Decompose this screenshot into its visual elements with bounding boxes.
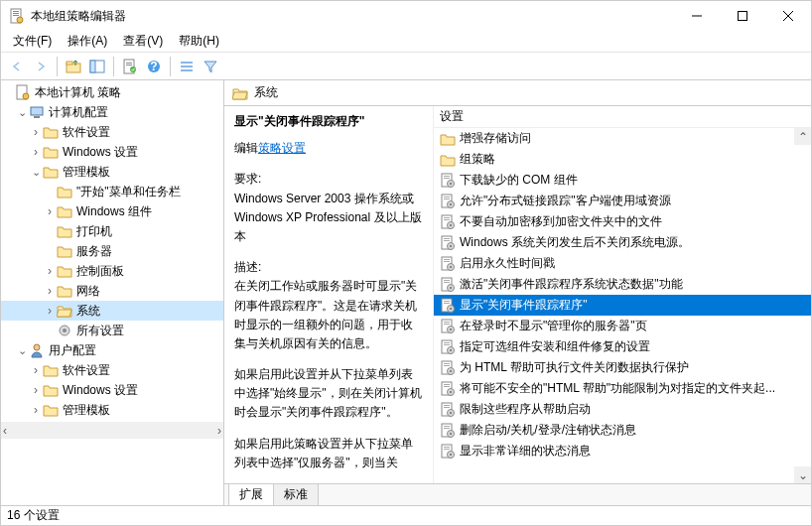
tree-label: 所有设置 — [76, 323, 124, 339]
list-item[interactable]: 增强存储访问 — [434, 128, 811, 149]
expander-icon[interactable] — [43, 304, 57, 318]
tree-computer-config[interactable]: 计算机配置 — [1, 102, 223, 122]
svg-point-48 — [450, 244, 453, 247]
list-item[interactable]: 允许"分布式链接跟踪"客户端使用域资源 — [434, 191, 811, 211]
tree-network[interactable]: 网络 — [1, 281, 223, 301]
tree-u-admin-templates[interactable]: 管理模板 — [1, 400, 223, 420]
expander-icon[interactable] — [29, 166, 43, 179]
svg-rect-80 — [444, 384, 450, 385]
tree-system[interactable]: 系统 — [1, 301, 223, 321]
tree-root[interactable]: 本地计算机 策略 — [1, 82, 223, 102]
tab-standard[interactable]: 标准 — [273, 483, 319, 505]
expander-icon[interactable] — [29, 383, 43, 397]
tree-label: "开始"菜单和任务栏 — [76, 184, 181, 200]
folder-icon — [57, 184, 72, 199]
expander-icon[interactable] — [15, 344, 29, 357]
expander-icon[interactable] — [29, 125, 43, 139]
svg-rect-70 — [444, 342, 450, 343]
menu-view[interactable]: 查看(V) — [115, 31, 171, 52]
menu-action[interactable]: 操作(A) — [60, 31, 115, 52]
svg-rect-71 — [444, 344, 450, 345]
maximize-button[interactable] — [720, 1, 765, 31]
folder-icon — [57, 243, 72, 259]
close-button[interactable] — [765, 1, 811, 31]
tree-servers[interactable]: 服务器 — [1, 241, 223, 261]
list-item-label: 启用永久性时间戳 — [460, 255, 555, 272]
folder-icon — [43, 382, 59, 398]
list-scrollbar[interactable]: ⌃ ⌄ — [794, 128, 811, 483]
tree-windows-components[interactable]: Windows 组件 — [1, 201, 223, 221]
desc-p3: 如果启用此策略设置并从下拉菜单列表中选择"仅服务器"，则当关 — [234, 435, 423, 472]
expander-icon[interactable] — [43, 204, 57, 218]
list-item[interactable]: 激活"关闭事件跟踪程序系统状态数据"功能 — [434, 274, 811, 295]
expander-icon[interactable] — [43, 264, 57, 278]
list-item[interactable]: 显示非常详细的状态消息 — [434, 441, 811, 461]
edit-prefix: 编辑 — [234, 141, 258, 155]
expander-icon[interactable] — [29, 363, 43, 377]
svg-rect-3 — [13, 15, 19, 16]
svg-point-78 — [450, 369, 453, 372]
tree-h-scrollbar[interactable]: ‹ › — [1, 422, 223, 439]
tree-label: Windows 设置 — [63, 382, 138, 399]
svg-rect-41 — [444, 219, 450, 220]
settings-list[interactable]: ⌃ ⌄ 增强存储访问组策略下载缺少的 COM 组件允许"分布式链接跟踪"客户端使… — [434, 128, 811, 483]
header-title: 系统 — [254, 84, 278, 101]
properties-button[interactable] — [118, 55, 142, 78]
scroll-down-icon[interactable]: ⌄ — [794, 466, 811, 483]
tab-extended[interactable]: 扩展 — [228, 483, 274, 505]
help-button[interactable]: ? — [142, 55, 166, 78]
expander-icon[interactable] — [29, 403, 43, 417]
tree-all-settings[interactable]: 所有设置 — [1, 321, 223, 340]
tree-software-settings[interactable]: 软件设置 — [1, 122, 223, 142]
list-item[interactable]: 不要自动加密移到加密文件夹中的文件 — [434, 211, 811, 232]
forward-button[interactable] — [29, 55, 53, 78]
tree-u-software[interactable]: 软件设置 — [1, 360, 223, 380]
tree-pane[interactable]: 本地计算机 策略 计算机配置 软件设置 Windows 设置 管理模板 "开始"… — [1, 80, 224, 422]
tree-u-windows-settings[interactable]: Windows 设置 — [1, 380, 223, 400]
list-view-button[interactable] — [175, 55, 199, 78]
setting-icon — [440, 360, 456, 376]
list-item[interactable]: 删除启动/关机/登录/注销状态消息 — [434, 420, 811, 441]
list-item-label: 显示非常详细的状态消息 — [460, 443, 591, 460]
svg-rect-21 — [181, 69, 193, 71]
list-item-label: 不要自动加密移到加密文件夹中的文件 — [460, 213, 662, 230]
tree-label: 本地计算机 策略 — [35, 84, 121, 101]
list-item[interactable]: 显示"关闭事件跟踪程序" — [434, 295, 811, 316]
menu-file[interactable]: 文件(F) — [5, 31, 60, 52]
scroll-up-icon[interactable]: ⌃ — [794, 128, 811, 145]
list-item[interactable]: Windows 系统关闭发生后不关闭系统电源。 — [434, 232, 811, 253]
tree-control-panel[interactable]: 控制面板 — [1, 261, 223, 281]
list-item[interactable]: 为 HTML 帮助可执行文件关闭数据执行保护 — [434, 357, 811, 378]
expander-icon[interactable] — [29, 145, 43, 159]
show-hide-tree-button[interactable] — [85, 55, 109, 78]
list-header[interactable]: 设置 — [434, 106, 811, 128]
tree-label: 网络 — [76, 283, 100, 300]
app-icon — [9, 8, 25, 24]
tree-printers[interactable]: 打印机 — [1, 221, 223, 241]
minimize-button[interactable] — [674, 1, 720, 31]
tree-windows-settings[interactable]: Windows 设置 — [1, 142, 223, 162]
list-item[interactable]: 启用永久性时间戳 — [434, 253, 811, 274]
up-button[interactable] — [62, 55, 85, 78]
edit-link[interactable]: 策略设置 — [258, 141, 306, 155]
list-item[interactable]: 指定可选组件安装和组件修复的设置 — [434, 336, 811, 357]
list-item[interactable]: 在登录时不显示"管理你的服务器"页 — [434, 316, 811, 336]
scroll-right-icon[interactable]: › — [217, 424, 221, 438]
menu-help[interactable]: 帮助(H) — [171, 31, 227, 52]
filter-button[interactable] — [199, 55, 222, 78]
back-button[interactable] — [5, 55, 29, 78]
scroll-left-icon[interactable]: ‹ — [3, 424, 7, 438]
list-item-label: 下载缺少的 COM 组件 — [460, 172, 578, 189]
tree-admin-templates[interactable]: 管理模板 — [1, 162, 223, 182]
list-item[interactable]: 下载缺少的 COM 组件 — [434, 170, 811, 191]
tree-label: 管理模板 — [63, 164, 110, 181]
list-item[interactable]: 限制这些程序从帮助启动 — [434, 399, 811, 420]
list-item-label: 显示"关闭事件跟踪程序" — [460, 297, 588, 314]
list-item[interactable]: 组策略 — [434, 149, 811, 170]
expander-icon[interactable] — [43, 284, 57, 298]
list-item[interactable]: 将可能不安全的"HTML 帮助"功能限制为对指定的文件夹起... — [434, 378, 811, 399]
tree-start-menu[interactable]: "开始"菜单和任务栏 — [1, 182, 223, 201]
content-header: 系统 — [224, 80, 811, 106]
expander-icon[interactable] — [15, 106, 29, 119]
tree-user-config[interactable]: 用户配置 — [1, 340, 223, 360]
